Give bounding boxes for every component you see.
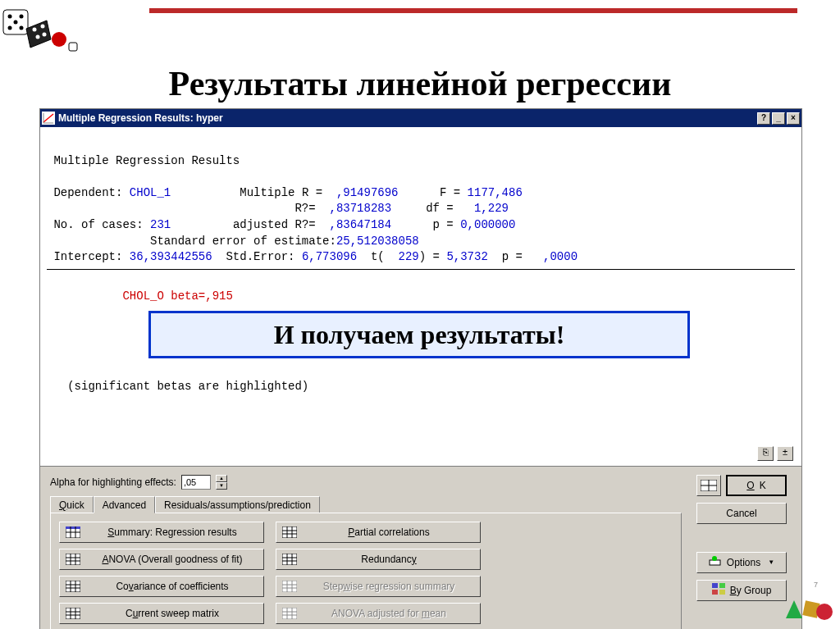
dependent-label: Dependent:	[53, 186, 122, 199]
tab-quick[interactable]: Quick	[50, 496, 94, 513]
adjr2-label: adjusted R?=	[233, 218, 316, 231]
window-titlebar[interactable]: Multiple Regression Results: hyper ? _ ×	[40, 109, 801, 127]
p-value: 0,000000	[460, 218, 515, 231]
redundancy-button[interactable]: Redundancy	[276, 549, 481, 570]
grid-icon	[281, 553, 298, 566]
grid-icon	[281, 526, 298, 539]
alpha-input[interactable]	[181, 475, 211, 490]
svg-rect-31	[66, 608, 80, 619]
alpha-spinner[interactable]: ▲ ▼	[216, 475, 227, 490]
svg-point-60	[712, 556, 717, 561]
f-label: F =	[440, 186, 460, 199]
chevron-down-icon: ▼	[768, 558, 774, 566]
controls-panel: Alpha for highlighting effects: ▲ ▼ Quic…	[40, 467, 801, 629]
expand-button[interactable]: ±	[777, 446, 793, 461]
intercept-label: Intercept:	[53, 250, 122, 263]
summary-regression-button[interactable]: Summary: Regression results	[59, 522, 264, 543]
stderr-label: Standard error of estimate:	[150, 235, 336, 248]
grid-icon	[281, 607, 298, 620]
grid-icon	[701, 480, 717, 491]
tab-advanced[interactable]: Advanced	[94, 496, 155, 513]
callout-text: И получаем результаты!	[274, 317, 565, 353]
svg-text:7: 7	[814, 581, 818, 589]
stderr-value: 25,512038058	[336, 235, 419, 248]
options-button[interactable]: Options ▼	[696, 552, 787, 573]
svg-rect-36	[282, 526, 297, 538]
t-close: ) =	[419, 250, 440, 263]
dependent-value: CHOL_1	[130, 186, 171, 199]
red-divider-bar	[149, 8, 797, 13]
anova-button[interactable]: ANOVA (Overall goodness of fit)	[59, 549, 264, 570]
svg-rect-17	[66, 526, 80, 529]
minimize-button[interactable]: _	[772, 112, 785, 125]
help-button[interactable]: ?	[757, 112, 770, 125]
svg-point-7	[41, 25, 45, 29]
p-label: p =	[433, 218, 454, 231]
stderr2-label: Std.Error:	[226, 250, 294, 263]
slide-title: Результаты линейной регрессии	[0, 64, 840, 103]
svg-marker-65	[786, 600, 802, 618]
multr-label: Multiple R =	[240, 186, 322, 199]
svg-rect-62	[719, 583, 725, 588]
svg-rect-41	[282, 554, 297, 565]
svg-point-10	[52, 32, 66, 47]
ok-button[interactable]: OK	[726, 475, 787, 496]
ncases-label: No. of cases:	[53, 218, 143, 231]
p2-value: ,0000	[543, 250, 578, 263]
svg-point-5	[14, 21, 18, 25]
r2-value: ,83718283	[329, 202, 391, 215]
slide-header-decoration	[0, 3, 840, 52]
svg-point-2	[20, 15, 24, 19]
stepwise-summary-button: Stepwise regression summary	[276, 576, 481, 597]
stderr2-value: 6,773096	[302, 250, 357, 263]
tab-strip: Quick Advanced Residuals/assumptions/pre…	[50, 496, 682, 513]
svg-rect-51	[282, 608, 297, 619]
tab-residuals[interactable]: Residuals/assumptions/prediction	[155, 496, 320, 513]
regression-results-window: Multiple Regression Results: hyper ? _ ×…	[39, 108, 802, 629]
grid-toggle-button[interactable]	[696, 475, 721, 496]
group-icon	[712, 583, 725, 597]
covariance-button[interactable]: Covariance of coefficients	[59, 576, 264, 597]
sweep-matrix-button[interactable]: Current sweep matrix	[59, 603, 264, 624]
beta-line: CHOL_O beta=,915	[122, 289, 232, 303]
svg-rect-11	[69, 43, 77, 51]
svg-rect-61	[712, 583, 718, 588]
copy-button[interactable]: ⎘	[757, 446, 774, 461]
svg-point-8	[36, 35, 40, 39]
ncases-value: 231	[150, 218, 171, 231]
options-icon	[709, 555, 722, 569]
close-button[interactable]: ×	[787, 112, 800, 125]
df-value: 1,229	[474, 202, 509, 215]
t-value: 5,3732	[446, 250, 487, 263]
intercept-value: 36,393442556	[130, 250, 212, 263]
svg-rect-26	[66, 581, 80, 592]
t-label: t(	[371, 250, 385, 263]
grid-icon	[65, 553, 81, 566]
spin-up-icon[interactable]: ▲	[216, 475, 227, 482]
betas-footnote: (significant betas are highlighted)	[67, 380, 308, 393]
multr-value: ,91497696	[336, 186, 399, 199]
r2-label: R?=	[294, 202, 315, 215]
svg-point-4	[20, 26, 24, 30]
f-value: 1177,486	[468, 186, 523, 199]
dice-icon	[2, 8, 92, 57]
bottom-decoration: 7	[779, 577, 837, 626]
svg-point-3	[8, 26, 12, 30]
svg-rect-46	[282, 581, 297, 592]
results-text-area: Multiple Regression Results Dependent: C…	[40, 127, 801, 467]
p2-label: p =	[502, 250, 523, 263]
bygroup-button[interactable]: By Group	[696, 580, 787, 601]
grid-icon	[65, 526, 81, 539]
grid-icon	[65, 580, 81, 593]
svg-rect-64	[719, 590, 725, 595]
alpha-label: Alpha for highlighting effects:	[50, 476, 176, 488]
t-df: 229	[399, 250, 419, 263]
df-label: df =	[426, 202, 454, 215]
partial-correlations-button[interactable]: Partial correlations	[276, 522, 481, 543]
grid-icon	[65, 607, 81, 620]
svg-rect-63	[712, 590, 718, 595]
window-icon	[42, 112, 55, 125]
spin-down-icon[interactable]: ▼	[216, 482, 227, 490]
advanced-tab-panel: Summary: Regression results ANOVA (Overa…	[50, 513, 682, 629]
cancel-button[interactable]: Cancel	[696, 503, 787, 524]
